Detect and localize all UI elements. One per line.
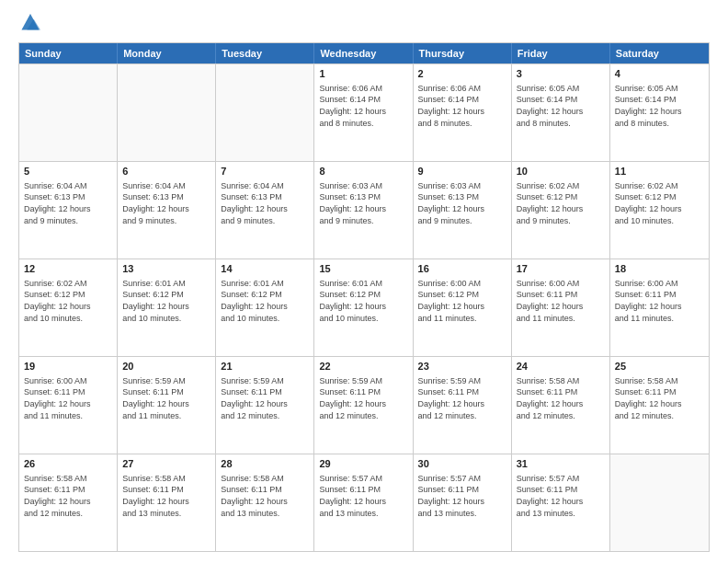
calendar-cell: 8Sunrise: 6:03 AM Sunset: 6:13 PM Daylig… — [314, 162, 413, 259]
calendar-cell: 12Sunrise: 6:02 AM Sunset: 6:12 PM Dayli… — [19, 259, 118, 356]
day-number: 27 — [122, 457, 210, 471]
day-info: Sunrise: 6:04 AM Sunset: 6:13 PM Dayligh… — [24, 180, 112, 226]
day-info: Sunrise: 5:58 AM Sunset: 6:11 PM Dayligh… — [517, 375, 605, 421]
calendar-cell: 21Sunrise: 5:59 AM Sunset: 6:11 PM Dayli… — [216, 357, 314, 454]
day-number: 24 — [517, 360, 605, 373]
day-number: 4 — [615, 67, 704, 81]
calendar-cell: 3Sunrise: 6:05 AM Sunset: 6:14 PM Daylig… — [512, 64, 610, 161]
calendar-cell: 15Sunrise: 6:01 AM Sunset: 6:12 PM Dayli… — [314, 259, 413, 356]
day-number: 6 — [122, 165, 210, 178]
day-info: Sunrise: 6:04 AM Sunset: 6:13 PM Dayligh… — [221, 180, 309, 226]
calendar-cell: 9Sunrise: 6:03 AM Sunset: 6:13 PM Daylig… — [414, 162, 512, 259]
day-info: Sunrise: 6:00 AM Sunset: 6:11 PM Dayligh… — [24, 375, 112, 421]
calendar-cell: 16Sunrise: 6:00 AM Sunset: 6:12 PM Dayli… — [414, 259, 512, 356]
calendar-cell: 19Sunrise: 6:00 AM Sunset: 6:11 PM Dayli… — [19, 357, 118, 454]
page: SundayMondayTuesdayWednesdayThursdayFrid… — [0, 0, 728, 563]
day-number: 8 — [319, 165, 407, 178]
calendar: SundayMondayTuesdayWednesdayThursdayFrid… — [18, 42, 710, 552]
day-number: 14 — [221, 262, 309, 276]
calendar-cell — [19, 64, 118, 161]
calendar-cell: 14Sunrise: 6:01 AM Sunset: 6:12 PM Dayli… — [216, 259, 314, 356]
calendar-body: 1Sunrise: 6:06 AM Sunset: 6:14 PM Daylig… — [19, 63, 709, 551]
day-number: 23 — [418, 360, 506, 373]
calendar-cell: 28Sunrise: 5:58 AM Sunset: 6:11 PM Dayli… — [216, 454, 314, 551]
day-number: 10 — [517, 165, 605, 178]
day-number: 19 — [24, 360, 112, 373]
day-info: Sunrise: 6:02 AM Sunset: 6:12 PM Dayligh… — [517, 180, 605, 226]
calendar-cell: 29Sunrise: 5:57 AM Sunset: 6:11 PM Dayli… — [314, 454, 413, 551]
day-info: Sunrise: 5:57 AM Sunset: 6:11 PM Dayligh… — [418, 473, 506, 519]
calendar-row-3: 12Sunrise: 6:02 AM Sunset: 6:12 PM Dayli… — [19, 259, 709, 356]
calendar-cell — [610, 454, 709, 551]
day-number: 25 — [615, 360, 704, 373]
day-number: 30 — [418, 457, 506, 471]
calendar-cell: 4Sunrise: 6:05 AM Sunset: 6:14 PM Daylig… — [610, 64, 709, 161]
day-info: Sunrise: 5:59 AM Sunset: 6:11 PM Dayligh… — [418, 375, 506, 421]
day-info: Sunrise: 5:57 AM Sunset: 6:11 PM Dayligh… — [517, 473, 605, 519]
logo-icon — [20, 11, 40, 31]
day-number: 20 — [122, 360, 210, 373]
day-info: Sunrise: 5:58 AM Sunset: 6:11 PM Dayligh… — [24, 473, 112, 519]
day-number: 28 — [221, 457, 309, 471]
day-header-saturday: Saturday — [610, 43, 709, 63]
day-info: Sunrise: 6:06 AM Sunset: 6:14 PM Dayligh… — [319, 83, 407, 129]
calendar-cell: 25Sunrise: 5:58 AM Sunset: 6:11 PM Dayli… — [610, 357, 709, 454]
calendar-cell: 26Sunrise: 5:58 AM Sunset: 6:11 PM Dayli… — [19, 454, 118, 551]
day-number: 1 — [319, 67, 407, 81]
day-number: 16 — [418, 262, 506, 276]
day-info: Sunrise: 6:06 AM Sunset: 6:14 PM Dayligh… — [418, 83, 506, 129]
calendar-cell: 11Sunrise: 6:02 AM Sunset: 6:12 PM Dayli… — [610, 162, 709, 259]
calendar-cell: 30Sunrise: 5:57 AM Sunset: 6:11 PM Dayli… — [414, 454, 512, 551]
day-info: Sunrise: 5:57 AM Sunset: 6:11 PM Dayligh… — [319, 473, 407, 519]
calendar-cell: 17Sunrise: 6:00 AM Sunset: 6:11 PM Dayli… — [512, 259, 610, 356]
calendar-cell — [216, 64, 314, 161]
day-info: Sunrise: 6:02 AM Sunset: 6:12 PM Dayligh… — [615, 180, 704, 226]
day-info: Sunrise: 6:00 AM Sunset: 6:11 PM Dayligh… — [615, 278, 704, 324]
calendar-cell: 23Sunrise: 5:59 AM Sunset: 6:11 PM Dayli… — [414, 357, 512, 454]
day-info: Sunrise: 6:01 AM Sunset: 6:12 PM Dayligh… — [122, 278, 210, 324]
calendar-row-1: 1Sunrise: 6:06 AM Sunset: 6:14 PM Daylig… — [19, 63, 709, 161]
day-info: Sunrise: 6:01 AM Sunset: 6:12 PM Dayligh… — [221, 278, 309, 324]
day-info: Sunrise: 6:05 AM Sunset: 6:14 PM Dayligh… — [615, 83, 704, 129]
day-header-sunday: Sunday — [19, 43, 118, 63]
day-info: Sunrise: 6:01 AM Sunset: 6:12 PM Dayligh… — [319, 278, 407, 324]
calendar-cell: 20Sunrise: 5:59 AM Sunset: 6:11 PM Dayli… — [118, 357, 216, 454]
day-number: 11 — [615, 165, 704, 178]
calendar-cell: 18Sunrise: 6:00 AM Sunset: 6:11 PM Dayli… — [610, 259, 709, 356]
day-info: Sunrise: 5:58 AM Sunset: 6:11 PM Dayligh… — [122, 473, 210, 519]
day-number: 9 — [418, 165, 506, 178]
day-number: 3 — [517, 67, 605, 81]
calendar-cell: 10Sunrise: 6:02 AM Sunset: 6:12 PM Dayli… — [512, 162, 610, 259]
day-number: 26 — [24, 457, 112, 471]
calendar-cell: 24Sunrise: 5:58 AM Sunset: 6:11 PM Dayli… — [512, 357, 610, 454]
day-header-monday: Monday — [118, 43, 216, 63]
day-info: Sunrise: 5:58 AM Sunset: 6:11 PM Dayligh… — [221, 473, 309, 519]
calendar-header: SundayMondayTuesdayWednesdayThursdayFrid… — [19, 43, 709, 63]
day-info: Sunrise: 6:03 AM Sunset: 6:13 PM Dayligh… — [418, 180, 506, 226]
calendar-cell: 2Sunrise: 6:06 AM Sunset: 6:14 PM Daylig… — [414, 64, 512, 161]
day-number: 2 — [418, 67, 506, 81]
calendar-cell: 27Sunrise: 5:58 AM Sunset: 6:11 PM Dayli… — [118, 454, 216, 551]
day-info: Sunrise: 6:04 AM Sunset: 6:13 PM Dayligh… — [122, 180, 210, 226]
day-header-tuesday: Tuesday — [216, 43, 314, 63]
calendar-cell: 7Sunrise: 6:04 AM Sunset: 6:13 PM Daylig… — [216, 162, 314, 259]
logo — [18, 15, 40, 35]
day-info: Sunrise: 5:59 AM Sunset: 6:11 PM Dayligh… — [319, 375, 407, 421]
day-info: Sunrise: 6:02 AM Sunset: 6:12 PM Dayligh… — [24, 278, 112, 324]
calendar-cell: 22Sunrise: 5:59 AM Sunset: 6:11 PM Dayli… — [314, 357, 413, 454]
day-info: Sunrise: 5:58 AM Sunset: 6:11 PM Dayligh… — [615, 375, 704, 421]
calendar-cell: 5Sunrise: 6:04 AM Sunset: 6:13 PM Daylig… — [19, 162, 118, 259]
day-number: 15 — [319, 262, 407, 276]
calendar-cell: 31Sunrise: 5:57 AM Sunset: 6:11 PM Dayli… — [512, 454, 610, 551]
day-header-friday: Friday — [512, 43, 610, 63]
day-info: Sunrise: 6:03 AM Sunset: 6:13 PM Dayligh… — [319, 180, 407, 226]
calendar-cell: 13Sunrise: 6:01 AM Sunset: 6:12 PM Dayli… — [118, 259, 216, 356]
day-number: 13 — [122, 262, 210, 276]
calendar-row-2: 5Sunrise: 6:04 AM Sunset: 6:13 PM Daylig… — [19, 161, 709, 259]
calendar-cell — [118, 64, 216, 161]
calendar-row-4: 19Sunrise: 6:00 AM Sunset: 6:11 PM Dayli… — [19, 356, 709, 454]
day-number: 22 — [319, 360, 407, 373]
day-number: 5 — [24, 165, 112, 178]
day-info: Sunrise: 5:59 AM Sunset: 6:11 PM Dayligh… — [122, 375, 210, 421]
day-number: 31 — [517, 457, 605, 471]
